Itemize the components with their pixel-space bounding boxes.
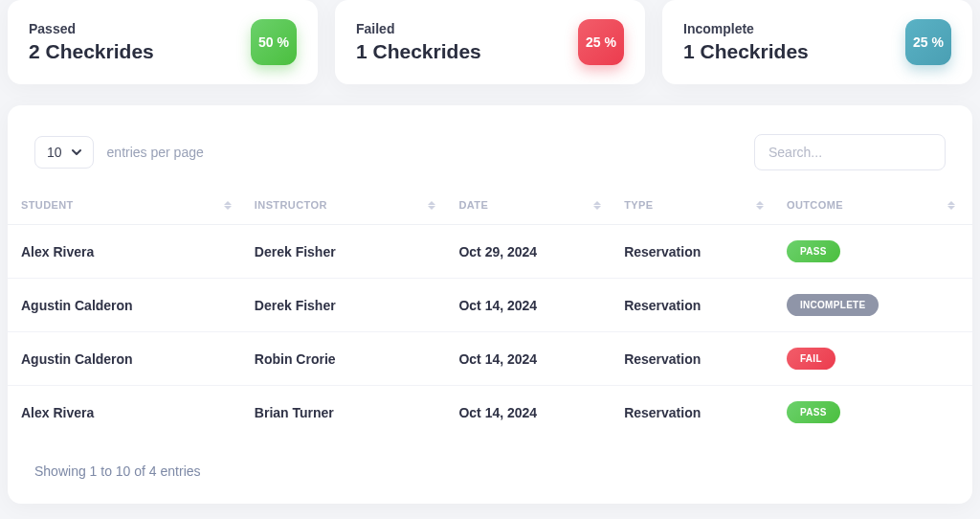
stat-card: Incomplete1 Checkrides25 % [662,0,972,84]
cell-type: Reservation [618,332,781,386]
cell-instructor: Robin Crorie [249,332,454,386]
column-header-instructor[interactable]: Instructor [249,188,454,225]
sort-icon [947,201,955,210]
stat-percent-badge: 50 % [251,19,297,65]
main-panel: 10 entries per page Student Instructor D… [8,105,972,504]
table-body: Alex RiveraDerek FisherOct 29, 2024Reser… [8,225,972,440]
cell-instructor: Derek Fisher [249,279,454,332]
cell-type: Reservation [618,225,781,279]
stats-row: Passed2 Checkrides50 %Failed1 Checkrides… [0,0,980,84]
stat-percent-badge: 25 % [905,19,951,65]
sort-icon [756,201,764,210]
cell-student: Alex Rivera [8,225,249,279]
sort-icon [593,201,601,210]
sort-icon [428,201,435,210]
cell-outcome: Fail [781,332,972,386]
table-row[interactable]: Alex RiveraBrian TurnerOct 14, 2024Reser… [8,386,972,440]
column-header-date[interactable]: Date [453,188,618,225]
table-row[interactable]: Alex RiveraDerek FisherOct 29, 2024Reser… [8,225,972,279]
cell-date: Oct 29, 2024 [453,225,618,279]
stat-value: 2 Checkrides [29,40,154,63]
entries-per-page-label: entries per page [107,145,204,160]
panel-controls: 10 entries per page [8,134,972,188]
outcome-badge: Pass [787,240,840,262]
table-row[interactable]: Agustin CalderonRobin CrorieOct 14, 2024… [8,332,972,386]
cell-student: Agustin Calderon [8,332,249,386]
outcome-badge: Incomplete [787,294,880,316]
pagination-summary: Showing 1 to 10 of 4 entries [8,439,972,479]
cell-outcome: Pass [781,386,972,440]
page-size-controls: 10 entries per page [34,136,204,169]
chevron-down-icon [72,147,81,157]
column-header-type[interactable]: Type [618,188,781,225]
search-input[interactable] [754,134,946,170]
cell-instructor: Derek Fisher [249,225,454,279]
cell-type: Reservation [618,279,781,332]
cell-type: Reservation [618,386,781,440]
checkrides-table: Student Instructor Date Type Outcome Ale… [8,188,972,439]
page-size-select[interactable]: 10 [34,136,94,169]
stat-card: Passed2 Checkrides50 % [8,0,318,84]
sort-icon [224,201,232,210]
column-header-outcome[interactable]: Outcome [781,188,972,225]
column-header-student[interactable]: Student [8,188,249,225]
stat-value: 1 Checkrides [356,40,481,63]
cell-outcome: Pass [781,225,972,279]
outcome-badge: Fail [787,348,835,370]
cell-date: Oct 14, 2024 [453,332,618,386]
outcome-badge: Pass [787,401,840,423]
stat-label: Passed [29,21,154,36]
stat-card: Failed1 Checkrides25 % [335,0,645,84]
stat-label: Failed [356,21,481,36]
stat-percent-badge: 25 % [578,19,624,65]
cell-student: Agustin Calderon [8,279,249,332]
stat-value: 1 Checkrides [683,40,809,63]
cell-instructor: Brian Turner [249,386,454,440]
table-row[interactable]: Agustin CalderonDerek FisherOct 14, 2024… [8,279,972,332]
cell-date: Oct 14, 2024 [453,386,618,440]
stat-label: Incomplete [683,21,809,36]
cell-student: Alex Rivera [8,386,249,440]
cell-date: Oct 14, 2024 [453,279,618,332]
page-size-value: 10 [47,145,62,160]
cell-outcome: Incomplete [781,279,972,332]
